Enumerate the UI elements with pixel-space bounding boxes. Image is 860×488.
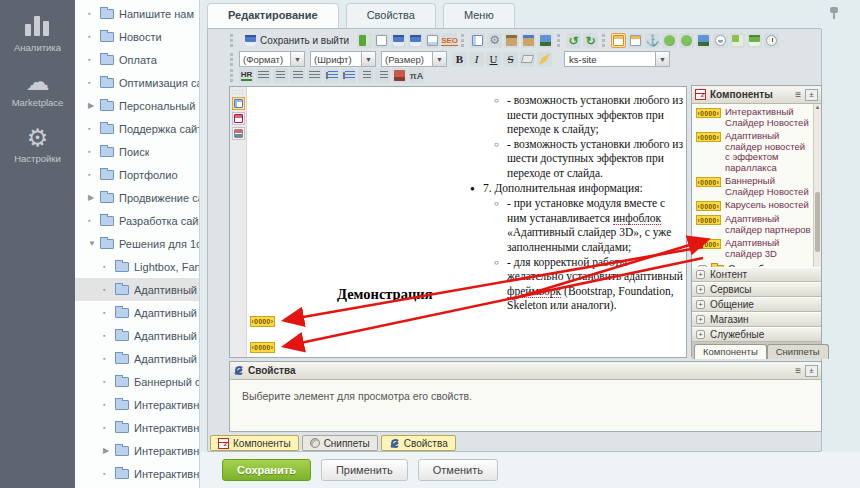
tree-item[interactable]: Интерактивный Б <box>75 416 199 439</box>
disable-button[interactable] <box>713 33 728 48</box>
tree-item[interactable]: Адаптивный сла <box>75 324 199 347</box>
align-center-button[interactable] <box>273 68 288 83</box>
unordered-list-button[interactable] <box>341 68 356 83</box>
component-placeholder[interactable]: 0000 <box>250 316 275 327</box>
save-button[interactable]: Сохранить <box>222 459 311 481</box>
panel-dock-icon[interactable]: ± <box>805 89 818 101</box>
align-justify-button[interactable] <box>307 68 322 83</box>
drag-handle-icon[interactable]: :::: <box>230 87 246 95</box>
seo-button[interactable]: SEO <box>442 33 457 48</box>
clear-format-button[interactable] <box>520 52 535 67</box>
panel-menu-icon[interactable]: ≡ <box>795 366 801 376</box>
tree-item[interactable]: Персональный разд <box>75 94 199 117</box>
dock-tab-properties[interactable]: Свойства <box>381 435 456 451</box>
indent-button[interactable] <box>375 68 390 83</box>
category-bar[interactable]: + Сервисы <box>692 282 821 297</box>
font-select[interactable]: (Шрифт)▼ <box>310 51 376 67</box>
visual-mode-button[interactable] <box>232 97 245 110</box>
export-button[interactable] <box>425 33 440 48</box>
panel-menu-icon[interactable]: ≡ <box>795 90 801 100</box>
size-select[interactable]: (Размер)▼ <box>381 51 447 67</box>
dock-tab-components[interactable]: 2 Компоненты <box>210 435 299 451</box>
split-mode-button[interactable] <box>232 127 245 140</box>
component-placeholder[interactable]: 0000 <box>250 342 275 353</box>
category-bar[interactable]: + Служебные <box>692 327 821 342</box>
tree-item[interactable]: Адаптивный сла <box>75 278 199 301</box>
tree-item[interactable]: Оплата <box>75 48 199 71</box>
tree-item[interactable]: Lightbox, Fancyb <box>75 255 199 278</box>
component-item[interactable]: 0000 Интерактивный Слайдер Новостей <box>696 107 811 128</box>
scroll-up-icon[interactable]: ▲ <box>814 104 821 110</box>
tree-item[interactable]: Решения для 1c Bit <box>75 232 199 255</box>
footer-tab-snippets[interactable]: Сниппеты <box>767 344 829 359</box>
window-mode-button[interactable] <box>628 33 643 48</box>
site-style-select[interactable]: ks-site ▼ <box>564 51 670 67</box>
rail-item-settings[interactable]: ⚙ Настройки <box>0 126 75 164</box>
code-mode-button[interactable] <box>232 112 245 125</box>
toolbar-grip[interactable] <box>230 53 233 66</box>
component-item[interactable]: 0000 Адаптивный слайдер 3D <box>696 238 811 259</box>
text-color-button[interactable] <box>392 68 407 83</box>
components-folder-system[interactable]: + Служебные <box>696 262 811 267</box>
toolbar-grip[interactable] <box>461 34 464 47</box>
tab-editing[interactable]: Редактирование <box>207 3 339 29</box>
components-toggle-button[interactable] <box>611 33 626 48</box>
category-bar[interactable]: + Общение <box>692 297 821 312</box>
insert-image-button[interactable] <box>538 33 553 48</box>
tree-item[interactable]: Разработка сайта <box>75 209 199 232</box>
plus-icon[interactable]: + <box>698 265 707 267</box>
save-as-button[interactable] <box>408 33 423 48</box>
horizontal-rule-button[interactable]: HR <box>239 68 254 83</box>
component-item[interactable]: 0000 Карусель новостей <box>696 200 811 211</box>
tree-item[interactable]: Баннерный слай <box>75 370 199 393</box>
media-button[interactable] <box>696 33 711 48</box>
scroll-thumb[interactable] <box>815 192 820 252</box>
save-and-exit-button[interactable]: Сохранить и выйти <box>239 33 355 48</box>
apply-button[interactable]: Применить <box>321 459 408 481</box>
ordered-list-button[interactable] <box>324 68 339 83</box>
components-scrollbar[interactable]: ▲ <box>813 104 821 267</box>
component-item[interactable]: 0000 Адаптивный слайдер новостей с эффек… <box>696 131 811 173</box>
underline-button[interactable]: U <box>486 52 501 67</box>
tree-item[interactable]: Поддержка сайта <box>75 117 199 140</box>
redo-button[interactable]: ↻ <box>583 33 598 48</box>
category-bar[interactable]: + Контент <box>692 267 821 282</box>
component-insert-button[interactable] <box>730 33 745 48</box>
toolbar-grip[interactable] <box>230 34 233 47</box>
tree-item[interactable]: Адаптивный сла <box>75 301 199 324</box>
paste-component-button[interactable] <box>521 33 536 48</box>
rail-item-analytics[interactable]: Аналитика <box>0 16 75 53</box>
align-right-button[interactable] <box>290 68 305 83</box>
save-button-toolbar[interactable] <box>391 33 406 48</box>
tree-item[interactable]: Продвижение сайта <box>75 186 199 209</box>
toolbar-grip[interactable] <box>230 69 233 82</box>
footer-tab-components[interactable]: Компоненты <box>694 344 767 359</box>
unlink-button[interactable] <box>679 33 694 48</box>
toolbar-grip[interactable] <box>602 34 605 47</box>
component-item[interactable]: 0000 Баннерный Слайдер Новостей <box>696 176 811 197</box>
pin-icon[interactable] <box>828 6 840 20</box>
link-button[interactable] <box>662 33 677 48</box>
tab-properties[interactable]: Свойства <box>346 3 436 29</box>
autosave-button[interactable] <box>747 33 762 48</box>
tree-item[interactable]: Адаптивный сла <box>75 347 199 370</box>
find-font-button[interactable]: πA <box>409 68 424 83</box>
toolbar-grip[interactable] <box>557 34 560 47</box>
tree-item[interactable]: Интерактивный С <box>75 439 199 462</box>
category-bar[interactable]: + Магазин <box>692 312 821 327</box>
format-select[interactable]: (Формат)▼ <box>239 51 305 67</box>
outdent-button[interactable] <box>358 68 373 83</box>
dock-tab-snippets[interactable]: Сниппеты <box>302 435 378 451</box>
rail-item-marketplace[interactable]: ☁ Marketplace <box>0 70 75 108</box>
copy-component-button[interactable] <box>504 33 519 48</box>
style-brush-button[interactable] <box>537 52 552 67</box>
bold-button[interactable]: B <box>452 52 467 67</box>
strikethrough-button[interactable]: S <box>503 52 518 67</box>
anchor-button[interactable]: ⚓ <box>645 33 660 48</box>
editor-canvas[interactable]: :::: ○ - возможность установки любого из… <box>229 86 687 358</box>
tab-menu[interactable]: Меню <box>443 3 515 29</box>
align-left-button[interactable] <box>256 68 271 83</box>
panel-dock-icon[interactable]: ± <box>805 365 818 377</box>
undo-button[interactable]: ↺ <box>566 33 581 48</box>
italic-button[interactable]: I <box>469 52 484 67</box>
